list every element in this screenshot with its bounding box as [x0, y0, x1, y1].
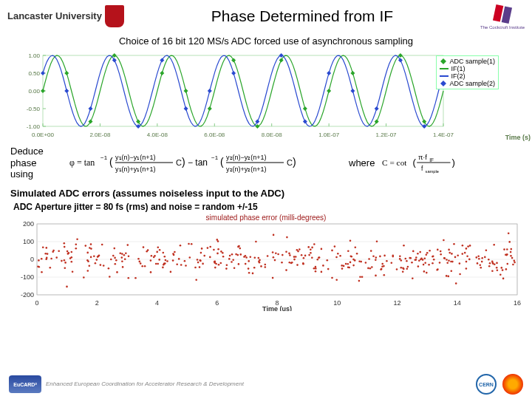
legend-item: ADC sample(1) — [440, 58, 495, 65]
svg-point-337 — [304, 254, 307, 256]
svg-point-255 — [164, 256, 166, 258]
lancaster-logo: Lancaster University — [7, 5, 124, 27]
footer: EuCARD² Enhanced European Coordination f… — [0, 371, 532, 398]
svg-point-341 — [275, 252, 277, 254]
svg-point-150 — [512, 263, 514, 265]
svg-point-206 — [144, 265, 146, 267]
svg-point-303 — [451, 270, 453, 272]
ci-icon — [491, 3, 514, 25]
svg-text:C: C — [176, 158, 182, 167]
svg-point-124 — [375, 259, 377, 261]
svg-point-215 — [103, 265, 105, 267]
svg-point-312 — [399, 255, 401, 257]
svg-text:0: 0 — [30, 256, 34, 263]
svg-point-121 — [455, 282, 457, 284]
svg-point-473 — [209, 245, 211, 248]
legend-item: IF(1) — [440, 65, 495, 72]
svg-point-78 — [322, 265, 324, 267]
svg-point-111 — [265, 263, 267, 265]
svg-point-384 — [109, 276, 111, 278]
svg-point-359 — [163, 251, 165, 253]
c-formula: C = cot ( π·f IF f sample ) — [382, 150, 459, 175]
svg-point-186 — [127, 244, 129, 246]
svg-point-184 — [506, 248, 508, 250]
svg-point-316 — [347, 250, 349, 252]
legend-item: IF(2) — [440, 72, 495, 80]
svg-point-167 — [83, 276, 85, 279]
svg-point-251 — [238, 263, 240, 265]
svg-point-162 — [64, 246, 66, 248]
svg-point-257 — [360, 261, 362, 263]
svg-point-416 — [371, 266, 373, 268]
svg-point-449 — [440, 250, 442, 253]
svg-point-354 — [410, 257, 412, 259]
svg-point-452 — [386, 260, 388, 262]
svg-point-87 — [121, 256, 123, 259]
svg-point-289 — [231, 253, 233, 256]
svg-point-233 — [110, 258, 112, 260]
svg-point-176 — [432, 262, 434, 265]
svg-text:-100: -100 — [21, 273, 34, 281]
svg-text:−1: −1 — [211, 154, 219, 161]
svg-point-77 — [406, 260, 408, 262]
svg-point-235 — [89, 247, 91, 249]
footer-right: CERN — [476, 374, 523, 395]
svg-point-339 — [426, 253, 428, 256]
svg-text:10: 10 — [333, 299, 341, 307]
svg-point-188 — [437, 248, 439, 250]
svg-point-372 — [157, 246, 160, 248]
svg-point-463 — [197, 259, 199, 261]
jitter-description: ADC Aperture jitter = 80 fs (rms) and no… — [0, 200, 532, 215]
svg-point-268 — [114, 256, 116, 259]
svg-point-409 — [415, 259, 417, 261]
svg-point-347 — [277, 253, 279, 255]
svg-point-415 — [123, 254, 126, 256]
svg-text:y₂(n)−y₂(n+1): y₂(n)−y₂(n+1) — [226, 154, 267, 161]
svg-point-207 — [197, 262, 200, 264]
deduce-label: Deduce phase using — [10, 146, 62, 180]
svg-point-267 — [476, 256, 478, 259]
svg-point-194 — [379, 255, 381, 257]
svg-point-192 — [403, 267, 405, 270]
svg-point-423 — [47, 253, 49, 255]
svg-point-173 — [285, 250, 287, 253]
svg-point-355 — [272, 251, 274, 253]
cern-logo-icon: CERN — [476, 374, 497, 395]
svg-point-285 — [403, 245, 405, 247]
eucard-block: EuCARD² Enhanced European Coordination f… — [9, 375, 244, 393]
svg-point-104 — [402, 270, 404, 273]
svg-point-472 — [466, 267, 468, 270]
svg-point-319 — [457, 254, 459, 256]
svg-text:1.2E-07: 1.2E-07 — [376, 132, 398, 138]
svg-point-324 — [191, 243, 193, 245]
svg-point-83 — [248, 272, 250, 274]
svg-text:14: 14 — [454, 299, 461, 307]
formula-row: Deduce phase using φ = tan −1 ( y₁(n)−y₁… — [0, 140, 532, 186]
eucard-logo-icon: EuCARD² — [9, 375, 41, 393]
svg-point-417 — [231, 261, 233, 263]
svg-text:− tan: − tan — [188, 157, 208, 168]
svg-text:0.0E+00: 0.0E+00 — [32, 132, 55, 138]
svg-point-136 — [433, 259, 435, 261]
svg-point-295 — [260, 265, 262, 267]
eucard-tagline: Enhanced European Coordination for Accel… — [46, 381, 244, 388]
svg-point-244 — [477, 255, 480, 257]
svg-point-297 — [315, 266, 317, 268]
svg-point-132 — [165, 259, 167, 262]
svg-point-227 — [307, 246, 310, 248]
svg-point-148 — [331, 249, 333, 251]
svg-point-281 — [450, 260, 452, 262]
svg-text:): ) — [293, 156, 296, 168]
svg-point-349 — [163, 264, 165, 266]
svg-point-375 — [400, 267, 403, 269]
svg-point-256 — [376, 240, 378, 242]
svg-point-388 — [217, 240, 219, 242]
svg-point-262 — [505, 268, 508, 270]
svg-point-231 — [501, 267, 503, 269]
svg-point-414 — [248, 260, 250, 262]
svg-point-98 — [339, 255, 341, 257]
subtitle: Choice of 16 bit 120 MS/s ADC forced use… — [0, 35, 532, 47]
svg-point-133 — [313, 243, 316, 245]
svg-point-137 — [391, 262, 393, 264]
svg-point-115 — [226, 264, 228, 266]
